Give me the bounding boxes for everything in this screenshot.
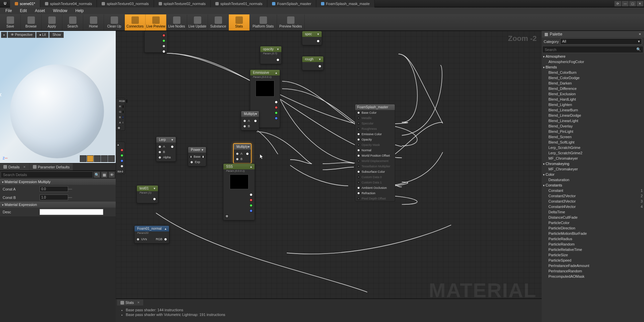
- menu-help[interactable]: Help: [71, 8, 88, 13]
- palette-item[interactable]: Constant4Vector4: [542, 204, 644, 209]
- search-icon[interactable]: 🔍: [94, 171, 100, 178]
- palette-list[interactable]: AtmosphereAtmosphericFogColorBlendsBlend…: [542, 54, 644, 322]
- palette-item[interactable]: Lerp_ScratchGrime: [542, 145, 644, 150]
- palette-item[interactable]: Blend_PinLight: [542, 129, 644, 134]
- tab-tex4[interactable]: splashTexture04_normals: [40, 0, 97, 7]
- tab-tex1[interactable]: splashTexture01_normals: [211, 0, 267, 7]
- palette-item[interactable]: PerInstanceFadeAmount: [542, 263, 644, 268]
- palette-item[interactable]: Constant2Vector2: [542, 193, 644, 199]
- palette-item[interactable]: Blend_LinearDodge: [542, 113, 644, 118]
- master-pin-opacity-mask[interactable]: Opacity Mask: [355, 142, 395, 148]
- palette-item[interactable]: DistanceCullFade: [542, 215, 644, 220]
- tool-clean-up[interactable]: Clean Up: [104, 14, 125, 31]
- tab-foam-master[interactable]: FoamSplash_master: [267, 0, 316, 7]
- tab-tex3[interactable]: splashTexture03_normals: [97, 0, 154, 7]
- palette-category[interactable]: Chromakeying: [542, 161, 644, 166]
- menu-file[interactable]: File: [1, 8, 16, 13]
- master-pin-world-displacement[interactable]: World Displacement: [355, 158, 395, 164]
- spinner-icon[interactable]: [68, 189, 72, 190]
- palette-item[interactable]: ParticleColor: [542, 220, 644, 225]
- prev-arrow-icon[interactable]: ‹: [0, 90, 2, 99]
- palette-search-input[interactable]: [545, 47, 636, 52]
- palette-item[interactable]: Blend_Difference: [542, 86, 644, 91]
- spinner-icon[interactable]: [68, 197, 72, 198]
- palette-item[interactable]: Blend_ColorDodge: [542, 75, 644, 80]
- details-tab[interactable]: Details✕: [0, 163, 29, 170]
- node-edge-rgb[interactable]: RGB R G B A: [116, 98, 125, 131]
- shape-cube-button[interactable]: [101, 155, 108, 162]
- viewport-options-dropdown[interactable]: ▾: [1, 32, 7, 38]
- master-pin-custom-data-0[interactable]: Custom Data 0: [355, 174, 395, 180]
- source-control-icon[interactable]: ⟳: [614, 1, 621, 6]
- material-preview-viewport[interactable]: ▾ 👁 Perspective ● Lit Show ‹ z─: [0, 31, 116, 163]
- shape-sphere-button[interactable]: [87, 155, 94, 162]
- palette-item[interactable]: Blend_Darken: [542, 80, 644, 86]
- material-graph[interactable]: Zoom -2 MATERIAL: [116, 31, 542, 322]
- node-foam-normal[interactable]: Foam01_normal▴ Param2D UVsRGB: [134, 225, 169, 244]
- node-rough[interactable]: rough▾: [302, 56, 324, 70]
- show-button[interactable]: Show: [49, 32, 64, 38]
- master-pin-normal[interactable]: Normal: [355, 148, 395, 153]
- eye-icon[interactable]: 👁: [108, 171, 115, 178]
- desc-input[interactable]: [40, 209, 103, 215]
- master-pin-specular[interactable]: Specular: [355, 121, 395, 126]
- master-pin-roughness[interactable]: Roughness: [355, 126, 395, 131]
- node-lerp[interactable]: Lerp▾ A B Alpha: [156, 137, 176, 162]
- lit-button[interactable]: ● Lit: [36, 32, 49, 38]
- node-master-output[interactable]: FoamSplash_master Base ColorMetallicSpec…: [355, 104, 395, 202]
- palette-item[interactable]: Blend_ColorBurn: [542, 70, 644, 75]
- tab-tex2[interactable]: splashTexture02_normals: [154, 0, 211, 7]
- palette-item[interactable]: Blend_Screen: [542, 134, 644, 140]
- details-search-input[interactable]: [1, 171, 93, 178]
- master-pin-metallic[interactable]: Metallic: [355, 115, 395, 121]
- shape-cylinder-button[interactable]: [80, 155, 87, 162]
- node-sss[interactable]: SSS▴ Param (0.0.0.1): [223, 163, 255, 220]
- tool-home[interactable]: Home: [83, 14, 104, 31]
- tab-scene[interactable]: scene01*: [10, 0, 40, 7]
- master-pin-base-color[interactable]: Base Color: [355, 110, 395, 115]
- palette-item[interactable]: ParticleRadius: [542, 236, 644, 241]
- tool-platform-stats[interactable]: Platform Stats: [250, 14, 277, 31]
- palette-item[interactable]: Blend_HardLight: [542, 97, 644, 102]
- palette-item[interactable]: Blend_Overlay: [542, 123, 644, 129]
- param-defaults-tab[interactable]: Parameter Defaults: [30, 163, 73, 170]
- tool-live-update[interactable]: Live Update: [187, 14, 208, 31]
- node-opacity[interactable]: opacity▾ Param (0.7): [260, 46, 282, 64]
- node-edge-rgb2[interactable]: ▴ IBA: [116, 142, 125, 174]
- node-test01[interactable]: test01▾ Param (1): [137, 185, 158, 203]
- master-pin-pixel-depth-offset[interactable]: Pixel Depth Offset: [355, 196, 395, 201]
- node-partial-top[interactable]: [144, 31, 168, 53]
- palette-item[interactable]: PrecomputedAOMask: [542, 274, 644, 279]
- master-pin-world-position-offset[interactable]: World Position Offset: [355, 153, 395, 158]
- minimize-button[interactable]: —: [622, 1, 629, 6]
- master-pin-refraction[interactable]: Refraction: [355, 191, 395, 196]
- palette-item[interactable]: Blend_LinearLight: [542, 118, 644, 123]
- tool-browse[interactable]: Browse: [21, 14, 42, 31]
- palette-item[interactable]: ParticleMotionBlurFade: [542, 231, 644, 236]
- palette-item[interactable]: AtmosphericFogColor: [542, 59, 644, 64]
- tool-substance[interactable]: Substance: [208, 14, 229, 31]
- filter-icon[interactable]: ▦: [101, 171, 108, 178]
- palette-category[interactable]: Constants: [542, 182, 644, 188]
- palette-item[interactable]: PerInstanceRandom: [542, 268, 644, 274]
- section-expression[interactable]: Material Expression: [0, 202, 116, 208]
- close-icon[interactable]: ✕: [639, 33, 641, 36]
- const-a-input[interactable]: [40, 186, 68, 192]
- tool-live-preview[interactable]: Live Preview: [146, 14, 166, 31]
- search-icon[interactable]: 🔍: [636, 47, 641, 52]
- node-spec[interactable]: spec▾: [302, 31, 322, 45]
- menu-asset[interactable]: Asset: [31, 8, 49, 13]
- palette-item[interactable]: Blend_Lighten: [542, 102, 644, 107]
- close-icon[interactable]: ✕: [137, 301, 140, 304]
- palette-item[interactable]: ParticleSize: [542, 252, 644, 258]
- tool-save[interactable]: Save: [0, 14, 21, 31]
- master-pin-ambient-occlusion[interactable]: Ambient Occlusion: [355, 185, 395, 191]
- menu-window[interactable]: Window: [49, 8, 71, 13]
- tab-foam-mask[interactable]: FoamSplash_mask_maste: [316, 0, 375, 7]
- master-pin-subsurface-color[interactable]: Subsurface Color: [355, 169, 395, 174]
- close-icon[interactable]: ✕: [23, 165, 26, 169]
- palette-item[interactable]: ParticleDirection: [542, 225, 644, 231]
- palette-item[interactable]: MF_Chromakeyer: [542, 166, 644, 172]
- shape-mesh-button[interactable]: [108, 155, 115, 162]
- tool-stats[interactable]: Stats: [229, 14, 250, 31]
